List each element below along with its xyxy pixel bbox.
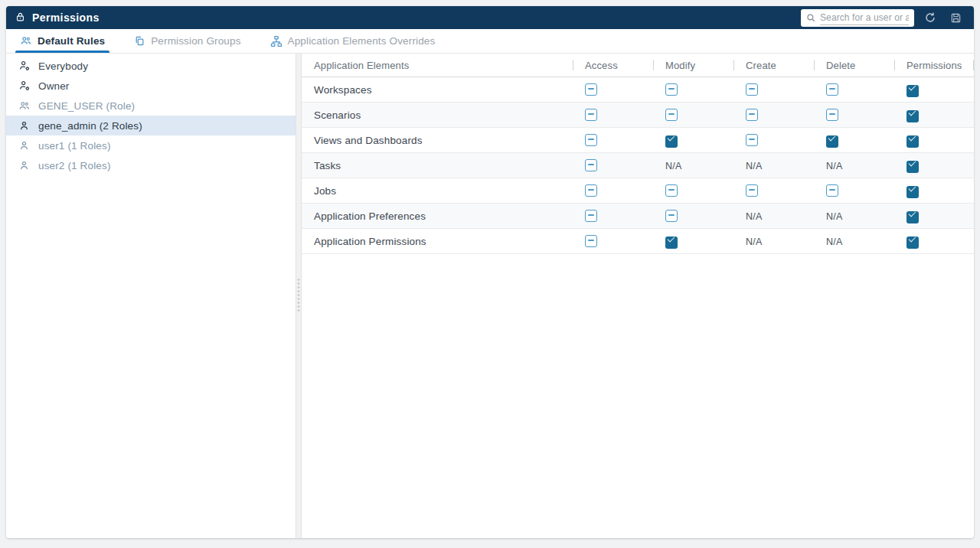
cell-access bbox=[573, 134, 653, 146]
access-checkbox[interactable] bbox=[585, 210, 597, 222]
cell-create: N/A bbox=[733, 160, 814, 171]
element-name: Application Permissions bbox=[302, 236, 573, 247]
na-label: N/A bbox=[746, 236, 762, 247]
cell-access bbox=[573, 184, 653, 197]
table-row-application-preferences: Application PreferencesN/AN/A bbox=[302, 204, 974, 229]
lock-icon bbox=[15, 11, 25, 24]
sidebar-item-gene-user-role[interactable]: GENE_USER (Role) bbox=[6, 96, 296, 116]
permissions-checkbox[interactable] bbox=[906, 135, 919, 148]
team-icon bbox=[18, 100, 31, 112]
table-row-scenarios: Scenarios bbox=[302, 103, 974, 128]
cell-permissions bbox=[894, 158, 974, 173]
access-checkbox[interactable] bbox=[585, 83, 597, 96]
permissions-checkbox[interactable] bbox=[906, 236, 919, 249]
access-checkbox[interactable] bbox=[585, 134, 597, 146]
na-label: N/A bbox=[746, 161, 762, 171]
modify-checkbox[interactable] bbox=[665, 83, 678, 96]
cell-delete: N/A bbox=[814, 160, 894, 171]
page-title: Permissions bbox=[32, 11, 100, 24]
delete-checkbox[interactable] bbox=[826, 135, 838, 148]
create-checkbox[interactable] bbox=[746, 184, 758, 197]
search-box[interactable] bbox=[801, 9, 914, 27]
refresh-button[interactable] bbox=[921, 8, 939, 27]
content-area: EverybodyOwnerGENE_USER (Role)gene_admin… bbox=[6, 54, 974, 538]
user-icon bbox=[18, 160, 31, 171]
access-checkbox[interactable] bbox=[585, 184, 597, 197]
element-name: Application Preferences bbox=[302, 210, 573, 222]
cell-permissions bbox=[894, 82, 974, 97]
sidebar-item-label: user1 (1 Roles) bbox=[38, 140, 111, 152]
element-name: Views and Dashboards bbox=[302, 135, 573, 146]
cell-permissions bbox=[894, 233, 974, 249]
sidebar-item-user1-1-roles[interactable]: user1 (1 Roles) bbox=[6, 135, 296, 155]
cell-create bbox=[733, 134, 814, 146]
column-header-access: Access bbox=[573, 60, 653, 71]
element-name: Scenarios bbox=[302, 109, 573, 121]
permissions-checkbox[interactable] bbox=[906, 186, 919, 198]
tab-bar: Default RulesPermission GroupsApplicatio… bbox=[6, 29, 974, 54]
cell-delete bbox=[814, 184, 894, 197]
splitter-grip-icon bbox=[297, 278, 301, 313]
column-header-create: Create bbox=[733, 60, 814, 71]
permissions-checkbox[interactable] bbox=[906, 85, 919, 97]
modify-checkbox[interactable] bbox=[665, 109, 678, 121]
access-checkbox[interactable] bbox=[585, 159, 597, 171]
cell-access bbox=[573, 83, 653, 96]
cell-modify: N/A bbox=[653, 160, 733, 171]
cell-modify bbox=[653, 109, 733, 121]
create-checkbox[interactable] bbox=[746, 109, 758, 121]
search-icon bbox=[806, 13, 816, 23]
na-label: N/A bbox=[665, 161, 681, 171]
cell-create: N/A bbox=[733, 236, 814, 247]
create-checkbox[interactable] bbox=[746, 134, 758, 146]
user-icon bbox=[18, 140, 31, 152]
sidebar-item-owner[interactable]: Owner bbox=[6, 76, 296, 96]
tab-label: Permission Groups bbox=[151, 35, 240, 47]
permissions-checkbox[interactable] bbox=[906, 161, 919, 173]
na-label: N/A bbox=[826, 211, 842, 222]
table-header-row: Application ElementsAccessModifyCreateDe… bbox=[302, 54, 974, 77]
hierarchy-icon bbox=[270, 35, 283, 47]
column-header-permissions: Permissions bbox=[894, 60, 974, 71]
sidebar-item-user2-1-roles[interactable]: user2 (1 Roles) bbox=[6, 155, 296, 175]
tab-label: Application Elements Overrides bbox=[288, 35, 436, 47]
cell-modify bbox=[653, 233, 733, 249]
modify-checkbox[interactable] bbox=[665, 236, 678, 249]
delete-checkbox[interactable] bbox=[826, 184, 838, 197]
cell-delete bbox=[814, 109, 894, 121]
delete-checkbox[interactable] bbox=[826, 109, 838, 121]
create-checkbox[interactable] bbox=[746, 83, 758, 96]
permissions-checkbox[interactable] bbox=[906, 110, 919, 122]
tab-default-rules[interactable]: Default Rules bbox=[15, 29, 109, 53]
sidebar-item-everybody[interactable]: Everybody bbox=[6, 56, 296, 76]
modify-checkbox[interactable] bbox=[665, 210, 678, 222]
save-button[interactable] bbox=[946, 8, 965, 27]
cell-create bbox=[733, 83, 814, 96]
access-checkbox[interactable] bbox=[585, 235, 597, 247]
search-input[interactable] bbox=[820, 11, 909, 25]
column-header-application-elements: Application Elements bbox=[302, 60, 573, 71]
title-bar: Permissions bbox=[6, 6, 974, 29]
table-row-views-and-dashboards: Views and Dashboards bbox=[302, 128, 974, 153]
modify-checkbox[interactable] bbox=[665, 135, 678, 148]
cell-access bbox=[573, 235, 653, 247]
permissions-checkbox[interactable] bbox=[906, 211, 919, 223]
delete-checkbox[interactable] bbox=[826, 83, 838, 96]
cell-modify bbox=[653, 210, 733, 222]
tab-application-elements-overrides[interactable]: Application Elements Overrides bbox=[266, 29, 440, 53]
access-checkbox[interactable] bbox=[585, 109, 597, 121]
sidebar-item-gene-admin-2-roles[interactable]: gene_admin (2 Roles) bbox=[6, 116, 296, 135]
cell-delete: N/A bbox=[814, 210, 894, 222]
panel-splitter[interactable] bbox=[296, 54, 302, 538]
table-row-application-permissions: Application PermissionsN/AN/A bbox=[302, 229, 974, 254]
tab-permission-groups[interactable]: Permission Groups bbox=[129, 29, 245, 53]
na-label: N/A bbox=[826, 236, 842, 247]
table-row-workspaces: Workspaces bbox=[302, 77, 974, 103]
element-name: Workspaces bbox=[302, 84, 573, 96]
cell-permissions bbox=[894, 183, 974, 198]
sidebar-item-label: gene_admin (2 Roles) bbox=[38, 120, 142, 132]
cell-permissions bbox=[894, 208, 974, 223]
modify-checkbox[interactable] bbox=[665, 184, 678, 197]
user-icon bbox=[18, 120, 31, 132]
refresh-icon bbox=[924, 11, 936, 24]
